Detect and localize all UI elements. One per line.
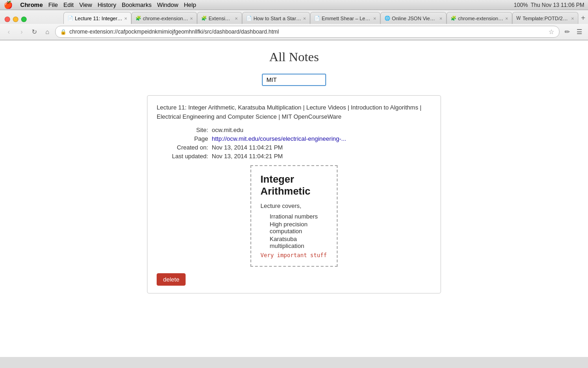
tab-favicon-7: 🧩 <box>451 16 456 21</box>
page-label: Page <box>157 135 212 142</box>
bookmark-star-icon[interactable]: ☆ <box>548 28 554 35</box>
chrome-frame: 📄 Lecture 11: Integer ... × 🧩 chrome-ext… <box>0 10 588 40</box>
tab-emmett[interactable]: 📄 Emmett Shear – Lec... × <box>310 12 380 24</box>
menu-file[interactable]: File <box>48 1 58 8</box>
address-bar-row: ‹ › ↻ ⌂ 🔒 chrome-extension://cafpockmpei… <box>0 24 588 40</box>
tab-extension2[interactable]: 🧩 chrome-extension:... × <box>131 12 197 24</box>
pencil-icon[interactable]: ✏ <box>562 27 572 37</box>
tab-favicon-6: 🌐 <box>384 16 390 21</box>
tab-label-1: Lecture 11: Integer ... <box>75 16 123 21</box>
note-meta: Site: ocw.mit.edu Page http://ocw.mit.ed… <box>157 126 431 160</box>
apple-icon[interactable]: 🍎 <box>4 0 13 9</box>
tab-close-3[interactable]: × <box>235 16 237 21</box>
menu-help[interactable]: Help <box>184 1 196 8</box>
delete-button[interactable]: delete <box>157 273 186 286</box>
tab-close-6[interactable]: × <box>440 16 442 21</box>
updated-value: Nov 13, 2014 11:04:21 PM <box>212 153 431 160</box>
clock: Thu Nov 13 11:06 PM <box>531 2 584 8</box>
tab-favicon-4: 📄 <box>246 16 252 21</box>
tab-extension7[interactable]: 🧩 chrome-extension:... × <box>447 12 512 24</box>
note-title: Lecture 11: Integer Arithmetic, Karatsub… <box>157 103 431 121</box>
tab-label-4: How to Start a Start... <box>254 16 301 21</box>
close-button[interactable] <box>5 17 10 22</box>
minimize-button[interactable] <box>13 17 18 22</box>
tab-json[interactable]: 🌐 Online JSON Viewer × <box>380 12 447 24</box>
new-tab-button[interactable]: + <box>578 12 588 24</box>
tab-label-7: chrome-extension:... <box>458 16 503 21</box>
page-content: All Notes Lecture 11: Integer Arithmetic… <box>0 40 588 357</box>
tab-extensions[interactable]: 🧩 Extensions × <box>197 12 242 24</box>
list-item: Karatsuba multiplication <box>270 236 328 249</box>
menu-icon[interactable]: ☰ <box>574 27 584 37</box>
toolbar-right: ✏ ☰ <box>562 27 584 37</box>
traffic-lights <box>0 13 31 22</box>
created-value: Nov 13, 2014 11:04:21 PM <box>212 144 431 151</box>
page-url-link[interactable]: http://ocw.mit.edu/courses/electrical-en… <box>212 135 431 142</box>
note-card: Lecture 11: Integer Arithmetic, Karatsub… <box>147 95 441 293</box>
tab-template[interactable]: W Template:POTD/20... × <box>512 12 578 24</box>
home-button[interactable]: ⌂ <box>42 27 52 37</box>
tab-label-3: Extensions <box>209 16 233 21</box>
menu-view[interactable]: View <box>79 1 92 8</box>
menu-window[interactable]: Window <box>157 1 178 8</box>
tab-lecture11[interactable]: 📄 Lecture 11: Integer ... × <box>63 12 131 24</box>
battery-status: 100% <box>514 2 528 8</box>
menu-history[interactable]: History <box>97 1 116 8</box>
created-label: Created on: <box>157 144 212 151</box>
tab-favicon-2: 🧩 <box>136 16 141 21</box>
site-label: Site: <box>157 126 212 133</box>
site-value: ocw.mit.edu <box>212 126 431 133</box>
page-title: All Notes <box>9 50 579 64</box>
snapshot-important: Very important stuff <box>260 252 328 259</box>
menu-bookmarks[interactable]: Bookmarks <box>122 1 152 8</box>
list-item: High precision computation <box>270 221 328 235</box>
snapshot-intro: Lecture covers, <box>260 202 328 209</box>
tab-favicon-5: 📄 <box>314 16 320 21</box>
tab-label-5: Emmett Shear – Lec... <box>322 16 371 21</box>
mac-menubar: 🍎 Chrome File Edit View History Bookmark… <box>0 0 588 10</box>
tab-label-2: chrome-extension:... <box>143 16 188 21</box>
tab-favicon-1: 📄 <box>68 16 73 21</box>
address-bar[interactable]: 🔒 chrome-extension://cafpockmpeidnkmimio… <box>55 26 560 38</box>
updated-label: Last updated: <box>157 153 212 160</box>
tab-startup[interactable]: 📄 How to Start a Start... × <box>242 12 311 24</box>
tab-label-6: Online JSON Viewer <box>392 16 438 21</box>
tab-close-7[interactable]: × <box>505 16 508 21</box>
security-icon: 🔒 <box>60 29 67 35</box>
snapshot-heading: IntegerArithmetic <box>260 173 328 198</box>
address-text: chrome-extension://cafpockmpeidnkmimiojf… <box>69 29 546 35</box>
list-item: Irrational numbers <box>270 213 328 220</box>
menu-edit[interactable]: Edit <box>63 1 74 8</box>
tabs-row: 📄 Lecture 11: Integer ... × 🧩 chrome-ext… <box>31 10 588 24</box>
tab-close-1[interactable]: × <box>124 16 127 21</box>
back-button[interactable]: ‹ <box>4 27 14 37</box>
forward-button[interactable]: › <box>17 27 27 37</box>
tab-close-4[interactable]: × <box>303 16 306 21</box>
note-snapshot: IntegerArithmetic Lecture covers, Irrati… <box>250 165 338 267</box>
tab-close-2[interactable]: × <box>190 16 193 21</box>
tab-favicon-3: 🧩 <box>201 16 207 21</box>
snapshot-list: Irrational numbers High precision comput… <box>270 213 328 249</box>
menubar-right: 100% Thu Nov 13 11:06 PM <box>514 2 584 8</box>
tab-favicon-8: W <box>516 16 520 21</box>
search-input[interactable] <box>262 74 326 86</box>
menu-chrome[interactable]: Chrome <box>20 1 43 8</box>
tab-close-8[interactable]: × <box>571 16 574 21</box>
tab-label-8: Template:POTD/20... <box>523 16 570 21</box>
maximize-button[interactable] <box>21 17 27 22</box>
refresh-button[interactable]: ↻ <box>29 27 40 37</box>
tab-close-5[interactable]: × <box>373 16 376 21</box>
